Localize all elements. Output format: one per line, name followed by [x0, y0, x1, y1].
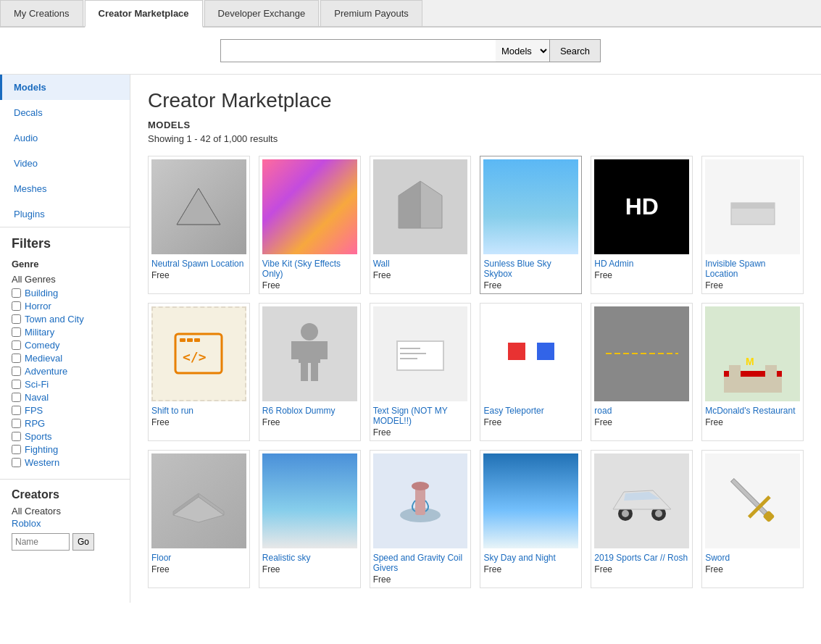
svg-rect-44 — [730, 479, 767, 515]
content-area: Creator Marketplace MODELS Showing 1 - 4… — [130, 75, 821, 603]
item-card-sunless-sky[interactable]: Sunless Blue Sky Skybox Free — [480, 156, 582, 294]
main-layout: Models Decals Audio Video Meshes Plugins… — [0, 75, 821, 603]
item-thumb-sunless-sky — [483, 159, 578, 254]
items-grid: Neutral Spawn Location Free Vibe Kit (Sk… — [148, 156, 804, 588]
